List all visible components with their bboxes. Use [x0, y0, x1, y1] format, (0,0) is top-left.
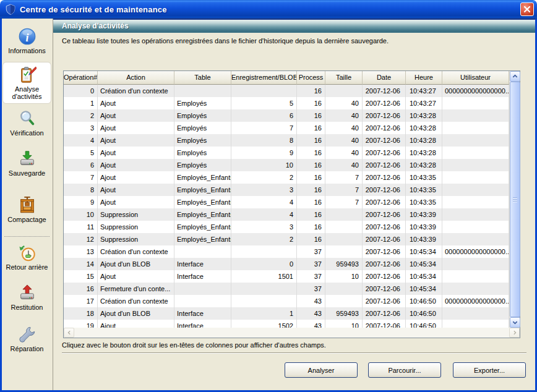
- cell: 1501: [231, 270, 297, 283]
- cell: [231, 245, 297, 258]
- sidebar-item-restitution[interactable]: Restitution: [2, 284, 51, 311]
- scroll-down-button[interactable]: [510, 317, 520, 328]
- cell: Employés: [174, 134, 231, 147]
- sidebar-item-sauvegarde[interactable]: Sauvegarde: [2, 150, 51, 177]
- cell: 2007-12-06: [363, 283, 406, 295]
- cell: Employés_Enfants: [174, 171, 231, 184]
- column-header[interactable]: Process: [297, 71, 325, 85]
- table-row[interactable]: 12SuppressionEmployés_Enfants2162007-12-…: [64, 233, 509, 245]
- cell: [231, 283, 297, 295]
- scroll-up-button[interactable]: [510, 71, 520, 82]
- cell: Employés_Enfants: [174, 221, 231, 233]
- cell: Suppression: [98, 221, 174, 233]
- table-row[interactable]: 6AjoutEmployés1016402007-12-0610:43:28: [64, 159, 509, 171]
- table-row[interactable]: 19AjoutInterface150243102007-12-0610:46:…: [64, 320, 509, 328]
- cell: 2007-12-06: [363, 233, 406, 245]
- column-header[interactable]: Enregistrement/BLOB: [231, 71, 297, 85]
- horizontal-scrollbar[interactable]: [64, 328, 520, 338]
- sidebar-item-label: Restitution: [11, 304, 43, 311]
- cell: 37: [297, 245, 325, 258]
- sidebar-item-compactage[interactable]: Compactage: [2, 196, 51, 223]
- column-header[interactable]: Table: [174, 71, 231, 85]
- cell: [442, 270, 509, 283]
- table-row[interactable]: 8AjoutEmployés_Enfants31672007-12-0610:4…: [64, 184, 509, 196]
- cell: [325, 85, 363, 97]
- cell: Suppression: [98, 208, 174, 221]
- cell: [442, 221, 509, 233]
- table-row[interactable]: 2AjoutEmployés616402007-12-0610:43:28: [64, 109, 509, 122]
- cell: 10:46:50: [406, 307, 442, 320]
- window: Centre de sécurité et de maintenance i I…: [0, 0, 537, 392]
- cell: [442, 196, 509, 208]
- cell: 959493: [325, 258, 363, 270]
- table-row[interactable]: 1AjoutEmployés516402007-12-0610:43:27: [64, 97, 509, 109]
- cell: 13: [64, 245, 98, 258]
- exporter-button[interactable]: Exporter...: [453, 362, 526, 378]
- svg-text:i: i: [25, 32, 28, 44]
- cell: 2007-12-06: [363, 97, 406, 109]
- column-header[interactable]: Date: [363, 71, 406, 85]
- column-header[interactable]: Action: [98, 71, 174, 85]
- column-header[interactable]: Utilisateur: [442, 71, 509, 85]
- table-row[interactable]: 13Création d'un contexte372007-12-0610:4…: [64, 245, 509, 258]
- cell: 8: [231, 134, 297, 147]
- cell: [442, 184, 509, 196]
- cell: [325, 233, 363, 245]
- cell: 37: [297, 270, 325, 283]
- chevron-left-icon: [67, 330, 72, 335]
- cell: Ajout: [98, 134, 174, 147]
- table-row[interactable]: 16Fermeture d'un conte...372007-12-0610:…: [64, 283, 509, 295]
- cell: 2007-12-06: [363, 109, 406, 122]
- cell: 16: [297, 147, 325, 159]
- cell: Ajout: [98, 171, 174, 184]
- sidebar-item-retour-arriere[interactable]: Retour arrière: [2, 244, 51, 271]
- scroll-thumb[interactable]: [510, 82, 520, 317]
- table-row[interactable]: 11SuppressionEmployés_Enfants3162007-12-…: [64, 221, 509, 233]
- cell: Interface: [174, 320, 231, 328]
- sidebar-item-verification[interactable]: Vérification: [2, 109, 51, 137]
- table-row[interactable]: 3AjoutEmployés716402007-12-0610:43:28: [64, 122, 509, 134]
- cell: [442, 171, 509, 184]
- cell: [442, 307, 509, 320]
- table-row[interactable]: 7AjoutEmployés_Enfants21672007-12-0610:4…: [64, 171, 509, 184]
- cell: 10:43:28: [406, 122, 442, 134]
- column-header[interactable]: Opération#: [64, 71, 98, 85]
- table-row[interactable]: 0Création d'un contexte162007-12-0610:43…: [64, 85, 509, 97]
- cell: 11: [64, 221, 98, 233]
- analyser-button[interactable]: Analyser: [285, 362, 358, 378]
- cell: 3: [231, 184, 297, 196]
- cell: Employés_Enfants: [174, 196, 231, 208]
- cell: [174, 283, 231, 295]
- cell: [325, 283, 363, 295]
- cell: [442, 258, 509, 270]
- cell: 10:45:34: [406, 283, 442, 295]
- cell: Ajout: [98, 122, 174, 134]
- cell: 0: [64, 85, 98, 97]
- table-row[interactable]: 14Ajout d'un BLOBInterface0379594932007-…: [64, 258, 509, 270]
- table-row[interactable]: 4AjoutEmployés816402007-12-0610:43:28: [64, 134, 509, 147]
- scroll-left-button[interactable]: [64, 328, 74, 338]
- cell: 1: [64, 97, 98, 109]
- cell: 7: [231, 122, 297, 134]
- table-row[interactable]: 9AjoutEmployés_Enfants41672007-12-0610:4…: [64, 196, 509, 208]
- cell: 2007-12-06: [363, 184, 406, 196]
- cell: Ajout: [98, 147, 174, 159]
- cell: 17: [64, 295, 98, 307]
- table-row[interactable]: 18Ajout d'un BLOBInterface1439594932007-…: [64, 307, 509, 320]
- sidebar-item-informations[interactable]: i Informations: [2, 27, 51, 54]
- table-row[interactable]: 17Création d'un contexte432007-12-0610:4…: [64, 295, 509, 307]
- scroll-right-button[interactable]: [509, 328, 520, 338]
- column-header[interactable]: Heure: [406, 71, 442, 85]
- table-row[interactable]: 10SuppressionEmployés_Enfants4162007-12-…: [64, 208, 509, 221]
- close-button[interactable]: [520, 2, 534, 16]
- parcourir-button[interactable]: Parcourir...: [368, 362, 441, 378]
- cell: 0000000000000000...: [442, 85, 509, 97]
- sidebar-item-analyse-activites[interactable]: Analyse d'activités: [2, 62, 51, 104]
- cell: 959493: [325, 307, 363, 320]
- table-row[interactable]: 5AjoutEmployés916402007-12-0610:43:28: [64, 147, 509, 159]
- cell: Ajout: [98, 184, 174, 196]
- table-row[interactable]: 15AjoutInterface150137102007-12-0610:45:…: [64, 270, 509, 283]
- column-header[interactable]: Taille: [325, 71, 363, 85]
- vertical-scrollbar[interactable]: [509, 71, 520, 328]
- sidebar-item-reparation[interactable]: Réparation: [2, 325, 51, 352]
